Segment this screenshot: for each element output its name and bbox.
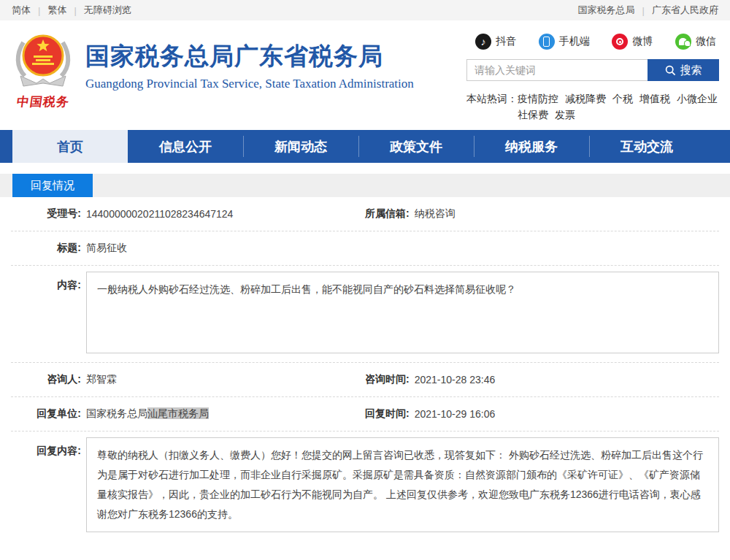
hot-word-epidemic[interactable]: 疫情防控: [518, 91, 558, 107]
row-reply-unit: 回复单位: 国家税务总局汕尾市税务局 回复时间: 2021-10-29 16:0…: [11, 397, 719, 431]
reply-unit-highlight: 汕尾市税务局: [147, 407, 209, 419]
nav-item-interaction[interactable]: 互动交流: [589, 130, 704, 163]
reply-content-box: 尊敬的纳税人（扣缴义务人、缴费人）您好！您提交的网上留言咨询已收悉，现答复如下：…: [86, 437, 719, 532]
consultant-value: 郑智霖: [86, 373, 117, 386]
weibo-icon: [612, 34, 628, 50]
search-bar: 搜索: [466, 59, 719, 81]
hot-words: 本站热词： 疫情防控 减税降费 个税 增值税 小微企业 社保费 发票: [466, 91, 719, 123]
consult-time-value: 2021-10-28 23:46: [415, 374, 496, 386]
top-utility-bar: 简体| 繁体| 无障碍浏览 国家税务总局| 广东省人民政府: [0, 0, 730, 20]
language-links: 简体| 繁体| 无障碍浏览: [12, 4, 131, 17]
divider: |: [38, 5, 40, 16]
search-input[interactable]: [466, 59, 648, 81]
title-value: 简易征收: [86, 242, 127, 255]
wechat-icon: [675, 34, 691, 50]
reply-unit-value: 国家税务总局汕尾市税务局: [86, 407, 209, 421]
accept-no-value: 14400000020211028234647124: [86, 208, 233, 220]
tax-emblem-icon: [15, 32, 72, 92]
hot-word-invoice[interactable]: 发票: [555, 107, 575, 123]
divider: |: [642, 5, 645, 16]
site-titles: 国家税务总局广东省税务局 Guangdong Provincial Tax Se…: [85, 32, 414, 91]
mobile-app-link[interactable]: 手机端: [539, 34, 590, 50]
main-nav: 首页 信息公开 新闻动态 政策文件 纳税服务 互动交流: [0, 130, 730, 163]
hot-word-social-insurance[interactable]: 社保费: [518, 107, 548, 123]
tab-reply-status[interactable]: 回复情况: [12, 174, 93, 197]
hot-word-personal-tax[interactable]: 个税: [612, 91, 633, 107]
reply-detail: 受理号: 14400000020211028234647124 所属信箱: 纳税…: [0, 197, 730, 541]
reply-unit-label: 回复单位:: [11, 407, 81, 421]
hot-words-label: 本站热词：: [466, 91, 518, 123]
tax-logo-text: 中国税务: [9, 93, 76, 110]
row-reply-content: 回复内容: 尊敬的纳税人（扣缴义务人、缴费人）您好！您提交的网上留言咨询已收悉，…: [11, 431, 719, 541]
hot-word-small-business[interactable]: 小微企业: [677, 91, 718, 107]
douyin-icon: ♪: [475, 34, 491, 50]
link-simplified[interactable]: 简体: [12, 4, 31, 17]
divider: |: [74, 5, 76, 16]
hot-word-tax-cut[interactable]: 减税降费: [565, 91, 606, 107]
site-brand: 中国税务 国家税务总局广东省税务局 Guangdong Provincial T…: [11, 32, 414, 123]
search-icon: [665, 65, 676, 76]
header-right-panel: ♪ 抖音 手机端 微博 微信 搜索: [466, 32, 719, 123]
section-bar: 回复情况: [0, 174, 730, 197]
reply-time-label: 回复时间:: [365, 407, 410, 421]
search-button[interactable]: 搜索: [648, 59, 719, 81]
mailbox-label: 所属信箱:: [365, 207, 410, 220]
link-accessibility[interactable]: 无障碍浏览: [84, 4, 131, 17]
tax-logo: 中国税务: [11, 32, 75, 110]
row-title: 标题: 简易征收: [11, 231, 719, 266]
question-content-box: 一般纳税人外购砂石经过洗选、粉碎加工后出售，能不能视同自产的砂石料选择简易征收呢…: [86, 272, 719, 353]
nav-item-policy-documents[interactable]: 政策文件: [358, 130, 474, 163]
nav-item-news[interactable]: 新闻动态: [243, 130, 358, 163]
wechat-link[interactable]: 微信: [675, 34, 716, 50]
consult-time-label: 咨询时间:: [365, 373, 410, 386]
mobile-icon: [539, 34, 555, 50]
consultant-label: 咨询人:: [11, 373, 81, 386]
row-accept-no: 受理号: 14400000020211028234647124 所属信箱: 纳税…: [11, 197, 719, 231]
social-links: ♪ 抖音 手机端 微博 微信: [466, 32, 719, 50]
nav-item-tax-services[interactable]: 纳税服务: [474, 130, 589, 163]
reply-time-value: 2021-10-29 16:06: [415, 408, 496, 420]
page-subtitle: Guangdong Provincial Tax Service, State …: [85, 77, 414, 91]
title-label: 标题:: [11, 242, 81, 255]
gov-links: 国家税务总局| 广东省人民政府: [578, 4, 718, 17]
accept-no-label: 受理号:: [11, 207, 81, 220]
link-state-taxation-administration[interactable]: 国家税务总局: [578, 4, 635, 17]
link-guangdong-government[interactable]: 广东省人民政府: [652, 4, 718, 17]
douyin-link[interactable]: ♪ 抖音: [475, 34, 516, 50]
reply-content-label: 回复内容:: [11, 445, 81, 458]
weibo-link[interactable]: 微博: [612, 34, 653, 50]
hot-word-vat[interactable]: 增值税: [639, 91, 670, 107]
content-label: 内容:: [11, 279, 81, 292]
mailbox-value: 纳税咨询: [415, 207, 456, 220]
page-title: 国家税务总局广东省税务局: [85, 41, 414, 71]
site-header: 中国税务 国家税务总局广东省税务局 Guangdong Provincial T…: [0, 20, 730, 130]
row-consultant: 咨询人: 郑智霖 咨询时间: 2021-10-28 23:46: [11, 363, 719, 397]
nav-item-info-disclosure[interactable]: 信息公开: [128, 130, 243, 163]
row-content: 内容: 一般纳税人外购砂石经过洗选、粉碎加工后出售，能不能视同自产的砂石料选择简…: [11, 266, 719, 363]
nav-item-home[interactable]: 首页: [12, 130, 128, 163]
link-traditional[interactable]: 繁体: [47, 4, 66, 17]
